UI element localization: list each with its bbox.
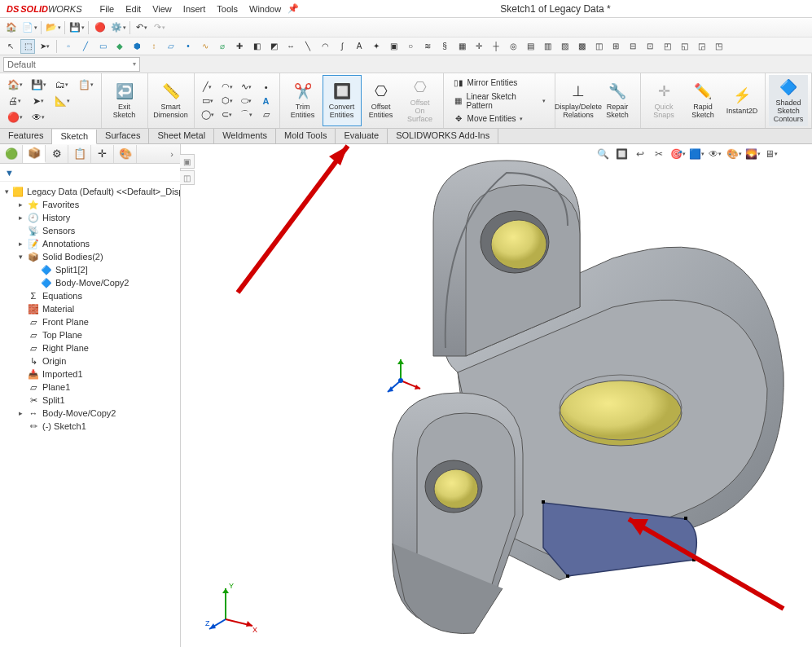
tab-sheet-metal[interactable]: Sheet Metal: [149, 129, 214, 143]
filter-face-icon[interactable]: ▭: [95, 39, 110, 54]
line-tool-icon[interactable]: ╱: [200, 81, 216, 94]
filter-solid-icon[interactable]: ⬢: [129, 39, 144, 54]
filter-weld-icon[interactable]: ✦: [369, 39, 384, 54]
tree-item[interactable]: 📡Sensors: [2, 224, 180, 237]
offset-entities-button[interactable]: ⎔ Offset Entities: [362, 75, 401, 126]
filter-more4-icon[interactable]: ▨: [557, 39, 572, 54]
filter-surface-icon[interactable]: ◆: [112, 39, 127, 54]
rect-tool-icon[interactable]: ▭: [200, 95, 216, 108]
linear-pattern-button[interactable]: ▦Linear Sketch Pattern: [450, 91, 548, 111]
filter-vertex-icon[interactable]: ▫: [61, 39, 76, 54]
new-button[interactable]: 📄: [21, 20, 37, 36]
filter-point-icon[interactable]: •: [181, 39, 195, 54]
select-filter-icon[interactable]: ⬚: [20, 39, 35, 54]
arc-tool-icon[interactable]: ◠: [219, 81, 235, 94]
fillet-tool-icon[interactable]: ⌒: [239, 108, 255, 121]
pin-icon[interactable]: 📌: [287, 3, 299, 14]
offset-surface-button[interactable]: ⎔ Offset On Surface: [401, 75, 440, 126]
filter-more8-icon[interactable]: ⊟: [625, 39, 640, 54]
filter-cosmetic-icon[interactable]: §: [437, 39, 452, 54]
filter-plane-icon[interactable]: ▱: [164, 39, 178, 54]
save-rib-icon[interactable]: 💾: [27, 77, 50, 92]
stack-rib-icon[interactable]: 🗂: [50, 77, 73, 92]
menu-view[interactable]: View: [152, 4, 172, 14]
filter-more12-icon[interactable]: ◲: [694, 39, 709, 54]
home-rib-icon[interactable]: 🏠: [3, 77, 26, 92]
graphics-canvas[interactable]: 🔍 🔲 ↩ ✂ 🎯 🟦 👁 🎨 🌄 🖥 ▣ ◫: [181, 144, 812, 647]
move-entities-button[interactable]: ✥Move Entities: [450, 112, 548, 125]
quick-snaps-button[interactable]: ✛ Quick Snaps: [644, 75, 683, 126]
tree-item[interactable]: ΣEquations: [2, 289, 180, 302]
menu-edit[interactable]: Edit: [125, 4, 141, 14]
tab-features[interactable]: Features: [0, 129, 52, 143]
ellipse-tool-icon[interactable]: ⬭: [239, 95, 255, 108]
hide-rib-icon[interactable]: 👁: [27, 109, 50, 125]
filter-curve-icon[interactable]: ∿: [198, 39, 213, 54]
tree-tab-appear-icon[interactable]: 🎨: [114, 145, 137, 163]
tree-item[interactable]: ↳Origin: [2, 354, 180, 368]
exit-sketch-button[interactable]: ↩️ Exit Sketch: [105, 75, 144, 126]
tree-item[interactable]: 🔷Split1[2]: [2, 263, 180, 276]
tree-tab-config-icon[interactable]: ⚙: [46, 145, 68, 163]
convert-entities-button[interactable]: 🔲 Convert Entities: [323, 75, 362, 126]
cursor-dropdown[interactable]: ➤: [37, 39, 52, 54]
text-tool-icon[interactable]: A: [258, 95, 274, 108]
tab-weldments[interactable]: Weldments: [214, 129, 276, 143]
tree-item[interactable]: 🔷Body-Move/Copy2: [2, 276, 180, 289]
instant2d-button[interactable]: ⚡ Instant2D: [722, 75, 762, 126]
filter-misc3-icon[interactable]: ◩: [266, 39, 281, 54]
tree-item[interactable]: ✂Split1: [2, 394, 180, 407]
feature-tree[interactable]: ▾ 🟨 Legacy Data (Default) <<Default>_Dis…: [0, 182, 180, 647]
filter-arc-icon[interactable]: ◠: [318, 39, 332, 54]
tree-item[interactable]: ▸↔Body-Move/Copy2: [2, 407, 180, 420]
filter-spline-icon[interactable]: ∫: [335, 39, 349, 54]
tree-filter-row[interactable]: ▼: [0, 164, 180, 182]
tree-item[interactable]: ▱Right Plane: [2, 341, 180, 354]
configuration-dropdown[interactable]: Default ▾: [3, 57, 140, 72]
filter-block-icon[interactable]: ▦: [454, 39, 469, 54]
rapid-sketch-button[interactable]: ✏️ Rapid Sketch: [683, 75, 722, 126]
filter-centermark-icon[interactable]: ✛: [472, 39, 486, 54]
plane-tool-icon[interactable]: ▱: [258, 108, 274, 121]
rebuild-rib-icon[interactable]: 🔴: [3, 109, 26, 125]
filter-more1-icon[interactable]: ◎: [506, 39, 520, 54]
circle-tool-icon[interactable]: ◯: [200, 108, 216, 121]
home-icon[interactable]: 🏠: [3, 20, 20, 36]
tree-item[interactable]: ▱Front Plane: [2, 315, 180, 328]
save-button[interactable]: 💾: [68, 20, 85, 36]
tree-root[interactable]: ▾ 🟨 Legacy Data (Default) <<Default>_Dis…: [2, 185, 180, 198]
select-arrow-icon[interactable]: ↖: [3, 39, 18, 54]
tree-tab-fm-icon[interactable]: 📦: [23, 145, 46, 163]
caret-icon[interactable]: ▸: [16, 200, 24, 209]
filter-line-icon[interactable]: ╲: [301, 39, 315, 54]
filter-thread-icon[interactable]: ≋: [420, 39, 435, 54]
spline-tool-icon[interactable]: ∿: [239, 81, 255, 94]
print-rib-icon[interactable]: 🖨: [3, 93, 26, 108]
traffic-light-icon[interactable]: 🔴: [92, 20, 108, 36]
tree-item[interactable]: ▱Plane1: [2, 381, 180, 394]
filter-dim-icon[interactable]: ↔: [283, 39, 298, 54]
arrow-rib-icon[interactable]: ➤: [27, 93, 50, 108]
tree-item[interactable]: 🧱Material: [2, 302, 180, 315]
tree-item[interactable]: ▾📦Solid Bodies(2): [2, 250, 180, 263]
filter-more3-icon[interactable]: ▥: [540, 39, 555, 54]
orientation-triad[interactable]: Y X Z: [205, 579, 262, 636]
tree-item[interactable]: ▱Top Plane: [2, 328, 180, 341]
slot-tool-icon[interactable]: ⊂: [219, 108, 235, 121]
filter-note-icon[interactable]: A: [352, 39, 366, 54]
tree-tab-prop-icon[interactable]: 📋: [68, 145, 91, 163]
filter-more7-icon[interactable]: ⊞: [608, 39, 623, 54]
filter-more6-icon[interactable]: ◫: [591, 39, 606, 54]
tab-mold-tools[interactable]: Mold Tools: [276, 129, 336, 143]
caret-icon[interactable]: ▾: [5, 187, 9, 196]
sheet-rib-icon[interactable]: 📋: [74, 77, 97, 92]
menu-insert[interactable]: Insert: [183, 4, 206, 14]
menu-window[interactable]: Window: [249, 4, 281, 14]
repair-sketch-button[interactable]: 🔧 Repair Sketch: [598, 75, 637, 126]
trim-entities-button[interactable]: ✂️ Trim Entities: [283, 75, 323, 126]
tab-sketch[interactable]: Sketch: [52, 130, 97, 144]
tree-item[interactable]: ✏(-) Sketch1: [2, 420, 180, 433]
point-tool-icon[interactable]: •: [258, 81, 274, 94]
open-button[interactable]: 📂: [45, 20, 61, 36]
caret-icon[interactable]: ▸: [16, 213, 24, 222]
